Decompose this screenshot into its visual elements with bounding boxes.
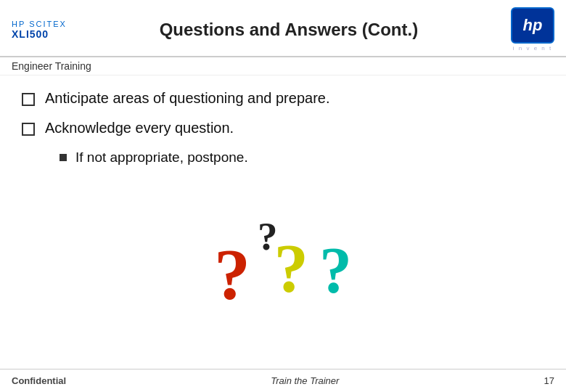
hp-logo: hp <box>511 7 554 44</box>
engineer-training-label: Engineer Training <box>12 60 91 72</box>
bullet-item-2: Acknowledge every question. <box>22 120 544 136</box>
logo-area: HP Scitex XLI500 <box>12 20 67 40</box>
footer: Confidential Train the Trainer 17 <box>0 369 566 392</box>
footer-confidential: Confidential <box>12 375 66 386</box>
sub-bullet-text-1: If not appropriate, postpone. <box>75 150 248 166</box>
hp-invent: i n v e n t <box>513 45 552 52</box>
footer-page-number: 17 <box>544 375 554 386</box>
sub-bullet-marker-1 <box>60 154 67 161</box>
header: HP Scitex XLI500 Questions and Answers (… <box>0 0 566 57</box>
qmark-yellow-icon: ? <box>274 234 309 303</box>
qmark-red-icon: ? <box>214 238 250 311</box>
hp-symbol: hp <box>523 16 543 35</box>
sub-bullet-item-1: If not appropriate, postpone. <box>60 150 544 166</box>
slide-content: Anticipate areas of questioning and prep… <box>0 75 566 187</box>
question-marks-area: ? ? ? ? <box>0 209 566 303</box>
sub-header: Engineer Training <box>0 57 566 75</box>
bullet-item-1: Anticipate areas of questioning and prep… <box>22 90 544 107</box>
qmark-teal-icon: ? <box>319 238 352 303</box>
hp-logo-area: hp i n v e n t <box>511 7 554 52</box>
bullet-text-1: Anticipate areas of questioning and prep… <box>45 90 330 107</box>
logo-model: XLI500 <box>12 28 67 40</box>
footer-center-title: Train the Trainer <box>271 375 339 386</box>
logo-brand: HP Scitex <box>12 20 67 28</box>
bullet-checkbox-2 <box>22 123 35 136</box>
bullet-text-2: Acknowledge every question. <box>45 120 234 136</box>
bullet-checkbox-1 <box>22 93 35 106</box>
slide-title: Questions and Answers (Cont.) <box>67 20 511 40</box>
